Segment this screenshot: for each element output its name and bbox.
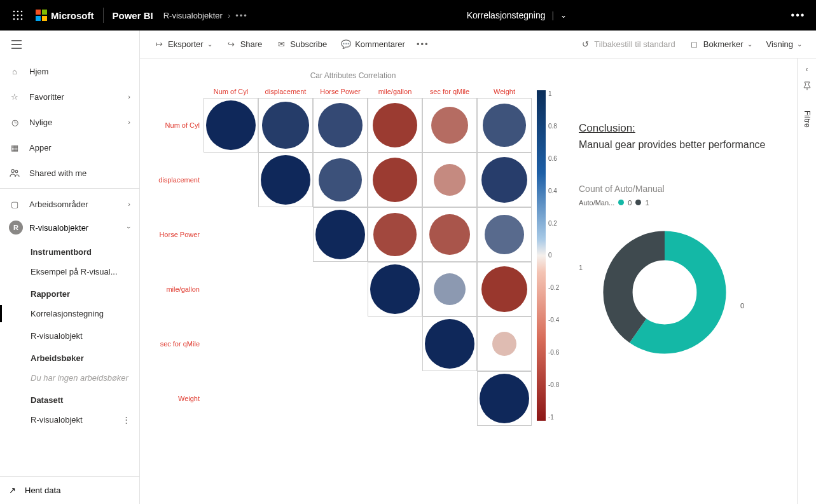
view-label: Visning xyxy=(766,39,793,49)
tree-item-rvisual[interactable]: R-visualobjekt xyxy=(0,325,139,347)
corr-cell xyxy=(258,317,313,371)
chevron-down-icon: ⌄ xyxy=(207,41,212,48)
donut-label-1: 1 xyxy=(579,264,583,271)
legend-cat1: 1 xyxy=(645,199,649,207)
corr-cell xyxy=(258,262,313,317)
toolbar-more-icon[interactable]: ••• xyxy=(414,37,432,51)
expand-filters-icon[interactable]: ‹ xyxy=(806,65,808,74)
corr-cell xyxy=(204,207,258,262)
corr-circle xyxy=(492,332,516,356)
donut-label-0: 0 xyxy=(740,302,744,310)
bookmarks-label: Bokmerker xyxy=(703,39,743,49)
reset-button[interactable]: ↺Tilbakestill til standard xyxy=(575,37,680,52)
col-header: Weight xyxy=(477,88,532,98)
corr-cell xyxy=(313,98,368,153)
conclusion-text: Manual gear provides better performance xyxy=(579,139,784,152)
correlation-visual[interactable]: Car Attributes Correlation Num of Cyldis… xyxy=(146,71,560,498)
more-icon[interactable]: ⋮ xyxy=(122,415,130,425)
corr-circle xyxy=(434,273,466,305)
home-icon: ⌂ xyxy=(9,67,20,76)
section-dashboards: Instrumentbord xyxy=(0,241,139,261)
title-separator: | xyxy=(552,10,555,20)
corr-circle xyxy=(481,266,527,312)
corr-cell xyxy=(368,371,422,426)
svg-point-17 xyxy=(15,170,18,173)
svg-rect-10 xyxy=(42,10,47,15)
view-button[interactable]: Visning⌄ xyxy=(761,37,807,51)
report-title[interactable]: Korrelasjonstegning xyxy=(467,10,546,20)
bookmark-icon: ◻ xyxy=(689,39,700,50)
mail-icon: ✉ xyxy=(276,39,286,50)
chevron-right-icon: › xyxy=(228,11,230,20)
bookmarks-button[interactable]: ◻Bokmerker⌄ xyxy=(684,37,757,52)
pin-icon[interactable] xyxy=(803,81,812,90)
tree-item-example[interactable]: Eksempel på R-visual... xyxy=(0,261,139,283)
conclusion-panel: Conclusion: Manual gear provides better … xyxy=(579,71,791,498)
nav-apps[interactable]: ▦Apper xyxy=(0,135,139,160)
donut-svg xyxy=(598,226,731,359)
share-button[interactable]: ↪Share xyxy=(221,37,268,52)
svg-point-2 xyxy=(21,11,23,13)
nav-favorites[interactable]: ☆Favoritter› xyxy=(0,84,139,109)
corr-circle xyxy=(373,213,416,255)
corr-circle xyxy=(319,158,362,201)
corr-cell xyxy=(204,371,258,426)
breadcrumb-more-icon[interactable]: ••• xyxy=(235,11,248,20)
nav-workspaces[interactable]: ▢Arbeidsområder› xyxy=(0,191,139,217)
scale-tick: 0.8 xyxy=(548,123,559,130)
corr-cell xyxy=(477,98,532,153)
nav-home-label: Hjem xyxy=(29,67,48,76)
tree-item-dataset-rvisual[interactable]: R-visualobjekt⋮ xyxy=(0,409,139,431)
corr-cell xyxy=(422,262,477,317)
get-data-button[interactable]: ↗ Hent data xyxy=(0,476,139,504)
donut-legend: Auto/Man... 0 1 xyxy=(579,199,784,207)
filters-pane-collapsed[interactable]: ‹ Filtre xyxy=(797,58,816,504)
chevron-down-icon[interactable]: ⌄ xyxy=(560,11,567,20)
corr-circle xyxy=(315,210,365,259)
brand-text: Microsoft xyxy=(51,10,94,21)
tree-item-correlation[interactable]: Korrelasjonstegning xyxy=(0,303,139,325)
nav-workspaces-label: Arbeidsområder xyxy=(29,200,88,209)
nav-apps-label: Apper xyxy=(29,143,52,153)
svg-point-6 xyxy=(13,18,15,20)
svg-point-1 xyxy=(17,11,19,13)
svg-rect-9 xyxy=(36,10,41,15)
workspace-tree[interactable]: Instrumentbord Eksempel på R-visual... R… xyxy=(0,238,139,476)
export-button[interactable]: ↦Eksporter⌄ xyxy=(149,37,218,52)
nav-recent-label: Nylige xyxy=(29,118,52,127)
corr-cell xyxy=(477,262,532,317)
nav-recent[interactable]: ◷Nylige› xyxy=(0,109,139,135)
corr-cell xyxy=(422,207,477,262)
svg-rect-11 xyxy=(36,16,41,21)
scale-tick: 1 xyxy=(548,90,559,97)
section-workbooks: Arbeidsbøker xyxy=(0,347,139,367)
nav-shared[interactable]: Shared with me xyxy=(0,160,139,186)
corr-circle xyxy=(425,319,474,369)
global-header: Microsoft Power BI R-visualobjekter › ••… xyxy=(0,0,816,31)
breadcrumb-workspace[interactable]: R-visualobjekter xyxy=(163,11,223,20)
hamburger-icon[interactable] xyxy=(0,31,139,58)
app-launcher-icon[interactable] xyxy=(5,0,31,31)
getdata-icon: ↗ xyxy=(9,486,16,495)
current-workspace[interactable]: R R-visualobjekter › xyxy=(0,217,139,238)
corr-circle xyxy=(373,103,418,148)
corr-circle xyxy=(261,155,310,205)
report-canvas: Car Attributes Correlation Num of Cyldis… xyxy=(140,58,816,504)
more-options-icon[interactable]: ••• xyxy=(785,10,811,21)
subscribe-button[interactable]: ✉Subscribe xyxy=(271,37,332,52)
nav-shared-label: Shared with me xyxy=(29,168,86,178)
corr-cell xyxy=(368,262,422,317)
product-label[interactable]: Power BI xyxy=(113,10,153,21)
donut-title: Count of Auto/Manual xyxy=(579,184,784,194)
corr-circle xyxy=(485,215,524,254)
tree-item-noworkbooks: Du har ingen arbeidsbøker xyxy=(0,367,139,389)
share-icon: ↪ xyxy=(226,39,237,50)
nav-home[interactable]: ⌂Hjem xyxy=(0,58,139,84)
corr-cell xyxy=(313,317,368,371)
people-icon xyxy=(9,168,20,177)
corr-cell xyxy=(368,207,422,262)
export-label: Eksporter xyxy=(168,39,204,49)
donut-chart[interactable]: 0 1 xyxy=(579,226,744,365)
col-header: Num of Cyl xyxy=(204,88,258,98)
comments-button[interactable]: 💬Kommentarer xyxy=(336,37,410,52)
